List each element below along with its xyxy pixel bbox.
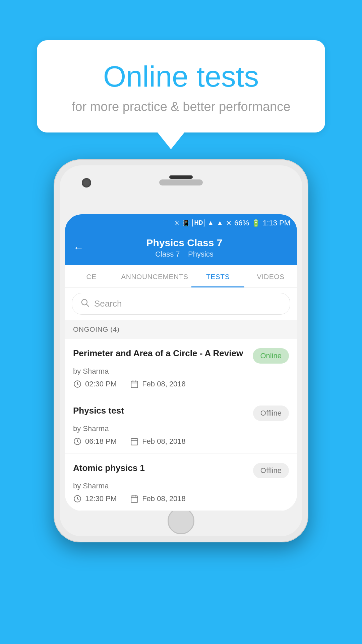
page-title: Physics Class 7 xyxy=(90,237,278,249)
phone-inner: ✳ 📳 HD ▲ ▲ ✕ 66% 🔋 xyxy=(60,165,302,536)
phone-mockup: ✳ 📳 HD ▲ ▲ ✕ 66% 🔋 xyxy=(54,159,308,542)
tab-announcements[interactable]: ANNOUNCEMENTS xyxy=(118,265,191,287)
test-date-value-2: Feb 08, 2018 xyxy=(142,437,186,446)
test-item-1-header: Perimeter and Area of a Circle - A Revie… xyxy=(73,347,289,364)
search-icon xyxy=(80,298,89,310)
back-button[interactable]: ← xyxy=(73,241,84,254)
no-signal-icon: ✕ xyxy=(226,219,232,227)
test-meta-1: 02:30 PM Feb 08, 2018 xyxy=(73,380,289,388)
bubble-subtitle: for more practice & better performance xyxy=(57,100,305,114)
search-bar[interactable]: Search xyxy=(72,293,290,315)
phone-bottom xyxy=(65,511,297,531)
test-author-2: by Sharma xyxy=(73,424,289,433)
test-time-value-1: 02:30 PM xyxy=(85,380,117,388)
test-meta-2: 06:18 PM Feb 08, 2018 xyxy=(73,437,289,446)
tab-ce[interactable]: CE xyxy=(65,265,118,287)
bluetooth-icon: ✳ xyxy=(174,219,180,227)
subtitle-subject: Physics xyxy=(188,250,214,258)
svg-rect-3 xyxy=(131,381,138,388)
test-time-value-2: 06:18 PM xyxy=(85,437,117,446)
phone-screen: ✳ 📳 HD ▲ ▲ ✕ 66% 🔋 xyxy=(65,214,297,511)
page-subtitle: Class 7 Physics xyxy=(90,250,278,259)
tabs-bar: CE ANNOUNCEMENTS TESTS VIDEOS xyxy=(65,265,297,287)
test-title-2: Physics test xyxy=(73,405,248,417)
battery-percent: 66% xyxy=(234,219,249,227)
section-header-ongoing: ONGOING (4) xyxy=(65,320,297,339)
test-author-1: by Sharma xyxy=(73,367,289,376)
test-author-3: by Sharma xyxy=(73,482,289,490)
hd-badge: HD xyxy=(192,219,204,227)
test-item-3-header: Atomic physics 1 Offline xyxy=(73,462,289,478)
status-badge-1: Online xyxy=(253,348,289,364)
test-date-value-3: Feb 08, 2018 xyxy=(142,494,186,503)
vibrate-icon: 📳 xyxy=(182,219,190,227)
test-date-1: Feb 08, 2018 xyxy=(130,380,186,388)
home-button[interactable] xyxy=(168,507,194,534)
status-badge-2: Offline xyxy=(253,406,289,421)
test-time-value-3: 12:30 PM xyxy=(85,494,117,503)
test-title-3: Atomic physics 1 xyxy=(73,462,248,474)
home-sensor xyxy=(169,175,193,179)
test-title-1: Perimeter and Area of a Circle - A Revie… xyxy=(73,347,247,359)
test-date-2: Feb 08, 2018 xyxy=(130,437,186,446)
tab-videos[interactable]: VIDEOS xyxy=(244,265,297,287)
section-title-ongoing: ONGOING (4) xyxy=(73,325,120,333)
test-item-1[interactable]: Perimeter and Area of a Circle - A Revie… xyxy=(65,339,297,396)
svg-rect-13 xyxy=(131,496,138,502)
bubble-title: Online tests xyxy=(57,60,305,93)
status-time: 1:13 PM xyxy=(263,219,290,227)
speech-bubble-arrow xyxy=(158,132,184,149)
speaker xyxy=(159,179,203,185)
test-date-value-1: Feb 08, 2018 xyxy=(142,380,186,388)
test-item-2-header: Physics test Offline xyxy=(73,405,289,421)
battery-icon: 🔋 xyxy=(252,219,260,227)
speech-bubble-container: Online tests for more practice & better … xyxy=(37,40,325,149)
tab-tests[interactable]: TESTS xyxy=(191,265,244,287)
svg-rect-8 xyxy=(131,438,138,445)
test-item-2[interactable]: Physics test Offline by Sharma 06:18 PM xyxy=(65,396,297,453)
speech-bubble: Online tests for more practice & better … xyxy=(37,40,325,132)
svg-line-1 xyxy=(86,304,88,306)
subtitle-class: Class 7 xyxy=(155,250,180,258)
header-title-area: Physics Class 7 Class 7 Physics xyxy=(90,237,289,259)
app-header: ← Physics Class 7 Class 7 Physics xyxy=(65,232,297,265)
test-item-3[interactable]: Atomic physics 1 Offline by Sharma 12:30… xyxy=(65,453,297,511)
camera xyxy=(82,178,91,187)
test-time-1: 02:30 PM xyxy=(73,380,117,388)
phone-outer: ✳ 📳 HD ▲ ▲ ✕ 66% 🔋 xyxy=(54,159,308,542)
signal-icon: ▲ xyxy=(217,219,223,227)
test-time-3: 12:30 PM xyxy=(73,494,117,503)
wifi-icon: ▲ xyxy=(207,219,214,227)
test-date-3: Feb 08, 2018 xyxy=(130,494,186,503)
test-meta-3: 12:30 PM Feb 08, 2018 xyxy=(73,494,289,503)
status-badge-3: Offline xyxy=(253,463,289,478)
test-time-2: 06:18 PM xyxy=(73,437,117,446)
status-icons: ✳ 📳 HD ▲ ▲ ✕ 66% 🔋 xyxy=(174,219,290,227)
search-container: Search xyxy=(65,287,297,320)
search-placeholder: Search xyxy=(94,299,122,309)
status-bar: ✳ 📳 HD ▲ ▲ ✕ 66% 🔋 xyxy=(65,214,297,232)
